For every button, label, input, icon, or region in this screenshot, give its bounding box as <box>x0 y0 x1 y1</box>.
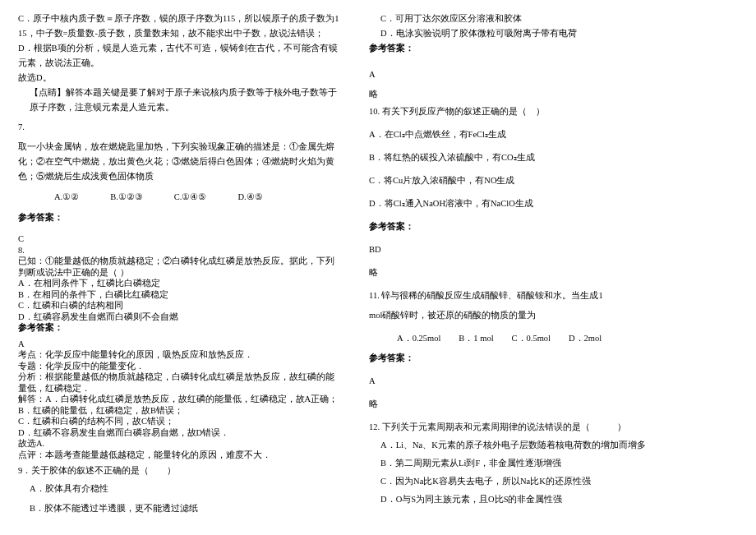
q12-option-d: D．O与S为同主族元素，且O比S的非金属性强 <box>369 492 738 507</box>
ex-fenxi: 分析：根据能量越低的物质就越稳定，白磷转化成红磷是放热反应，故红磷的能量低，红磷… <box>18 371 339 394</box>
q7-body: 取一小块金属钠，放在燃烧匙里加热，下列实验现象正确的描述是：①金属先熔化；②在空… <box>18 140 339 184</box>
q8-option-c: C．红磷和白磷的结构相同 <box>18 300 339 311</box>
q8-option-b: B．在相同的条件下，白磷比红磷稳定 <box>18 289 339 301</box>
answer-label-10: 参考答案： <box>369 219 738 234</box>
answer-11-note: 略 <box>369 397 738 412</box>
answer-label-11: 参考答案： <box>369 351 738 366</box>
q9-option-b: B．胶体不能透过半透膜，更不能透过滤纸 <box>18 501 339 516</box>
q12-body: 12. 下列关于元素周期表和元素周期律的说法错误的是（ ） <box>369 420 738 435</box>
q7-number: 7. <box>18 120 339 135</box>
answer-10: BD <box>369 242 738 257</box>
explain-select: 故选D。 <box>18 71 339 85</box>
answer-label-9: 参考答案： <box>369 41 738 56</box>
q8-body: 已知：①能量越低的物质就越稳定；②白磷转化成红磷是放热反应。据此，下列判断或说法… <box>18 256 339 278</box>
ex-d: D．红磷不容易发生自燃而白磷容易自燃，故D错误． <box>18 427 339 439</box>
answer-11: A <box>369 374 738 389</box>
q11-options: A．0.25mol B．1 mol C．0.5mol D．2mol <box>369 331 738 346</box>
left-column: C．原子中核内质子数＝原子序数，镆的原子序数为115，所以镆原子的质子数为115… <box>18 12 354 523</box>
q10-option-a: A．在Cl₂中点燃铁丝，有FeCl₂生成 <box>369 127 738 142</box>
q7-options: A.①② B.①②③ C.①④⑤ D.④⑤ <box>18 189 339 205</box>
q8-number: 8. <box>18 245 339 256</box>
ex-kaodian: 考点：化学反应中能量转化的原因，吸热反应和放热反应． <box>18 349 339 361</box>
q7-option-d: D.④⑤ <box>238 189 263 205</box>
q9-option-d: D．电泳实验说明了胶体微粒可吸附离子带有电荷 <box>369 26 738 41</box>
answer-8: A <box>18 339 339 350</box>
right-column: C．可用丁达尔效应区分溶液和胶体 D．电泳实验说明了胶体微粒可吸附离子带有电荷 … <box>354 12 738 523</box>
exam-page: C．原子中核内质子数＝原子序数，镆的原子序数为115，所以镆原子的质子数为115… <box>0 0 756 535</box>
q10-option-c: C．将Cu片放入浓硝酸中，有NO生成 <box>369 173 738 188</box>
ex-zhuanti: 专题：化学反应中的能量变化． <box>18 361 339 372</box>
q11-body-b: mol硝酸锌时，被还原的硝酸的物质的量为 <box>369 308 738 323</box>
explain-c: C．原子中核内质子数＝原子序数，镆的原子序数为115，所以镆原子的质子数为115… <box>18 12 339 41</box>
q12-option-c: C．因为Na比K容易失去电子，所以Na比K的还原性强 <box>369 474 738 489</box>
answer-9-note: 略 <box>369 89 738 100</box>
ex-c: C．红磷和白磷的结构不同，故C错误； <box>18 416 339 427</box>
answer-9: A <box>369 69 738 81</box>
ex-b: B．红磷的能量低，红磷稳定，故B错误； <box>18 405 339 417</box>
q9-option-a: A．胶体具有介稳性 <box>18 482 339 496</box>
q12-option-a: A．Li、Na、K元素的原子核外电子层数随着核电荷数的增加而增多 <box>369 438 738 453</box>
q9-body: 9．关于胶体的叙述不正确的是（ ） <box>18 464 339 478</box>
q11-body-a: 11. 锌与很稀的硝酸反应生成硝酸锌、硝酸铵和水。当生成1 <box>369 288 738 303</box>
q12-option-b: B．第二周期元素从Li到F，非金属性逐渐增强 <box>369 456 738 471</box>
answer-label-8: 参考答案： <box>18 322 339 334</box>
q10-body: 10. 有关下列反应产物的叙述正确的是（ ） <box>369 104 738 119</box>
q10-option-d: D．将Cl₂通入NaOH溶液中，有NaClO生成 <box>369 196 738 211</box>
q8-option-d: D．红磷容易发生自燃而白磷则不会自燃 <box>18 311 339 323</box>
ex-select: 故选A. <box>18 438 339 450</box>
explain-dianjing: 【点睛】解答本题关键是要了解对于原子来说核内质子数等于核外电子数等于原子序数，注… <box>18 85 339 115</box>
q7-option-b: B.①②③ <box>110 189 143 205</box>
q7-option-c: C.①④⑤ <box>174 189 207 205</box>
ex-a: 解答：A．白磷转化成红磷是放热反应，故红磷的能量低，红磷稳定，故A正确； <box>18 394 339 405</box>
answer-10-note: 略 <box>369 265 738 280</box>
ex-comment: 点评：本题考查能量越低越稳定，能量转化的原因，难度不大． <box>18 450 339 461</box>
explain-d: D．根据B项的分析，镆是人造元素，古代不可造，镆铸剑在古代，不可能含有镆元素，故… <box>18 41 339 71</box>
answer-label-7: 参考答案： <box>18 210 339 225</box>
q10-option-b: B．将红热的碳投入浓硫酸中，有CO₂生成 <box>369 150 738 165</box>
q9-option-c: C．可用丁达尔效应区分溶液和胶体 <box>369 12 738 26</box>
answer-7: C <box>18 233 339 245</box>
q7-option-a: A.①② <box>54 189 79 205</box>
q8-option-a: A．在相同条件下，红磷比白磷稳定 <box>18 278 339 289</box>
